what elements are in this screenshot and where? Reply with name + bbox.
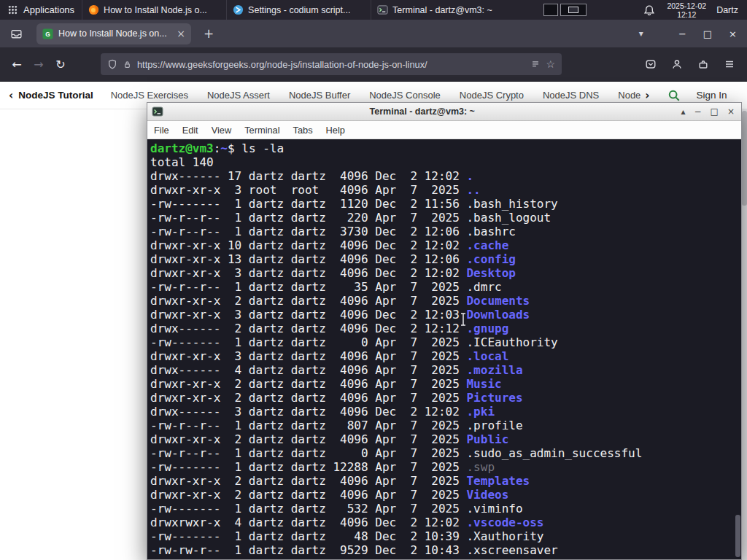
browser-maximize-button[interactable]: □ [703,28,712,39]
page-scrollbar-thumb[interactable] [742,111,747,206]
extensions-icon[interactable] [697,58,709,70]
terminal-listing-line: drwxr-xr-x 2 dartz dartz 4096 Apr 7 2025… [150,432,741,446]
terminal-menu-item[interactable]: File [147,125,176,136]
taskbar-item-terminal[interactable]: Terminal - dartz@vm3: ~ [371,0,515,20]
listing-details: -rw-r--r-- 1 dartz dartz 35 Apr 7 2025 [150,280,466,294]
listing-name: .cache [466,238,508,252]
browser-close-button[interactable]: × [729,28,737,39]
terminal-shade-button[interactable]: ▴ [681,106,686,117]
listing-details: -rw------- 1 dartz dartz 532 Apr 7 2025 [150,502,466,516]
shield-icon[interactable] [107,59,117,69]
terminal-listing-line: drwx------ 4 dartz dartz 4096 Apr 7 2025… [150,363,741,377]
chevron-right-icon[interactable]: › [645,89,649,102]
terminal-titlebar[interactable]: Terminal - dartz@vm3: ~ ▴ − □ × [147,103,741,121]
workspace-1[interactable] [543,4,558,16]
navigation-toolbar: ← → ↻ https://www.geeksforgeeks.org/node… [0,47,747,82]
page-scrollbar[interactable] [742,109,747,560]
workspace-switcher[interactable] [543,4,587,16]
listing-name: .. [466,183,480,197]
terminal-listing-line: drwxr-xr-x 10 dartz dartz 4096 Dec 2 12:… [150,238,741,252]
firefox-view-icon[interactable] [6,23,26,44]
tab-title: How to Install Node.js on... [58,28,171,39]
listing-details: drwxr-xr-x 2 dartz dartz 4096 Apr 7 2025 [150,294,466,308]
terminal-maximize-button[interactable]: □ [711,106,719,117]
subnav-link[interactable]: NodeJS Buffer [289,90,350,101]
reload-button[interactable]: ↻ [50,58,71,71]
listing-name: .local [466,349,508,363]
terminal-listing-line: drwxrwxr-x 4 dartz dartz 4096 Dec 2 12:0… [150,516,741,529]
terminal-listing-line: -rw------- 1 dartz dartz 1120 Dec 2 11:5… [150,197,741,211]
taskbar-item-browser[interactable]: How to Install Node.js o... [82,0,226,20]
taskbar-item-codium[interactable]: Settings - codium script... [226,0,371,20]
listing-name: .sudo_as_admin_successful [466,446,642,460]
subnav-link[interactable]: NodeJS Assert [207,90,270,101]
chevron-left-icon[interactable]: ‹ [9,89,13,102]
workspace-2[interactable] [560,4,587,16]
listing-name: .bash_history [466,197,557,211]
terminal-scrollbar[interactable] [735,515,740,557]
terminal-listing-line: drwx------ 17 dartz dartz 4096 Dec 2 12:… [150,169,741,183]
applications-menu[interactable]: Applications [0,0,82,20]
listing-name: Music [466,377,501,391]
applications-icon [7,4,18,15]
list-all-tabs-icon[interactable]: ▾ [639,28,643,39]
subnav-link[interactable]: NodeJS DNS [543,90,599,101]
terminal-menu-item[interactable]: View [205,125,239,136]
terminal-listing-line: drwxr-xr-x 3 root root 4096 Apr 7 2025 .… [150,183,741,197]
listing-name: .gnupg [466,322,508,335]
sign-in-button[interactable]: Sign In [697,90,727,101]
subnav-active-item[interactable]: ‹ NodeJS Tutorial [9,89,93,102]
tab-close-icon[interactable]: × [177,28,185,39]
account-icon[interactable] [671,58,683,70]
search-icon[interactable] [667,89,681,102]
terminal-window: Terminal - dartz@vm3: ~ ▴ − □ × FileEdit… [147,102,742,560]
terminal-listing-line: drwxr-xr-x 13 dartz dartz 4096 Dec 2 12:… [150,252,741,266]
pocket-icon[interactable] [645,58,657,70]
terminal-body[interactable]: dartz@vm3:~$ ls -latotal 140drwx------ 1… [147,139,741,559]
listing-details: drwx------ 17 dartz dartz 4096 Dec 2 12:… [150,169,466,183]
terminal-listing-line: drwxr-xr-x 3 dartz dartz 4096 Dec 2 12:0… [150,308,741,322]
terminal-close-button[interactable]: × [727,106,735,117]
subnav-link[interactable]: NodeJS Crypto [460,90,524,101]
terminal-listing-line: -rw-rw-r-- 1 dartz dartz 9529 Dec 2 10:4… [150,543,741,557]
terminal-menu-item[interactable]: Tabs [287,125,320,136]
listing-details: -rw-r--r-- 1 dartz dartz 220 Apr 7 2025 [150,211,466,225]
browser-minimize-button[interactable]: − [678,28,686,39]
listing-name: .Xauthority [466,529,543,543]
terminal-listing-line: -rw------- 1 dartz dartz 532 Apr 7 2025 … [150,502,741,516]
back-button[interactable]: ← [6,58,28,71]
active-tab[interactable]: G How to Install Node.js on... × [36,23,191,44]
listing-details: drwxr-xr-x 3 dartz dartz 4096 Dec 2 12:0… [150,266,466,280]
listing-name: Videos [466,488,508,502]
subnav-link[interactable]: NodeJS Console [369,90,441,101]
terminal-listing-line: -rw-r--r-- 1 dartz dartz 3730 Dec 2 12:0… [150,225,741,238]
prompt-command: ls -la [241,141,284,155]
clock[interactable]: 2025-12-02 12:12 [667,1,706,19]
forward-button[interactable]: → [28,58,50,71]
codium-icon [233,4,244,15]
reader-mode-icon[interactable] [530,59,541,69]
terminal-listing-line: -rw-r--r-- 1 dartz dartz 35 Apr 7 2025 .… [150,280,741,294]
listing-details: -rw-r--r-- 1 dartz dartz 3730 Dec 2 12:0… [150,225,466,238]
listing-name: .mozilla [466,363,522,377]
subnav-link[interactable]: Node [618,90,640,101]
listing-name: .ICEauthority [466,335,557,349]
terminal-menu-item[interactable]: Help [320,125,352,136]
listing-details: drwxr-xr-x 2 dartz dartz 4096 Apr 7 2025 [150,488,466,502]
bookmark-star-icon[interactable]: ☆ [546,58,555,70]
user-menu[interactable]: Dartz [716,5,738,15]
lock-icon[interactable] [123,60,132,69]
url-bar[interactable]: https://www.geeksforgeeks.org/node-js/in… [101,53,562,75]
terminal-menu-item[interactable]: Terminal [238,125,286,136]
url-text[interactable]: https://www.geeksforgeeks.org/node-js/in… [137,59,525,70]
notification-bell-icon[interactable] [643,4,655,16]
terminal-menu-item[interactable]: Edit [176,125,205,136]
subnav-link[interactable]: NodeJS Exercises [111,90,188,101]
new-tab-button[interactable]: + [198,26,219,41]
listing-details: drwxr-xr-x 2 dartz dartz 4096 Apr 7 2025 [150,391,466,405]
terminal-menubar: FileEditViewTerminalTabsHelp [147,121,741,139]
terminal-minimize-button[interactable]: − [694,106,702,117]
menu-icon[interactable] [724,58,735,70]
listing-details: -rw------- 1 dartz dartz 48 Dec 2 10:39 [150,529,466,543]
terminal-icon [152,106,163,117]
